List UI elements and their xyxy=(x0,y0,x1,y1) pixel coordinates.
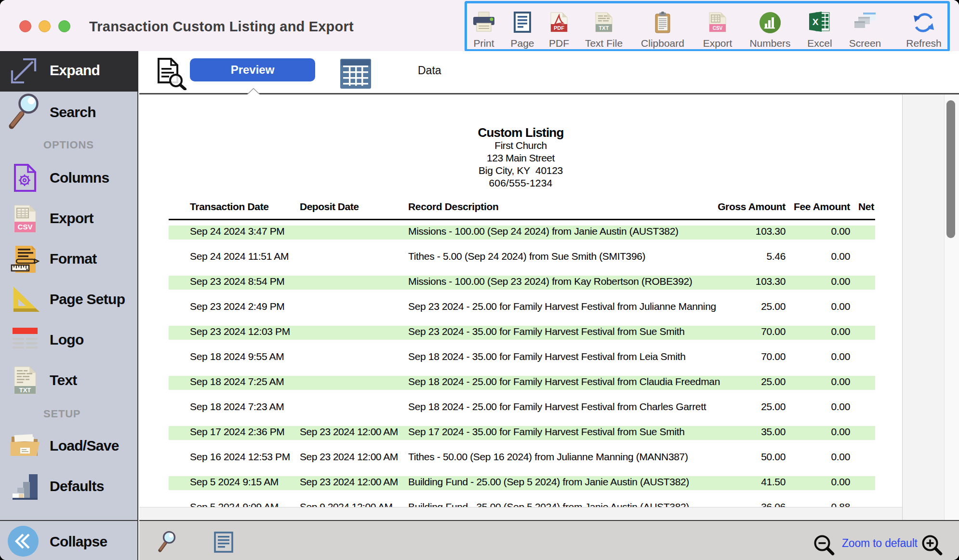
svg-text:PDF: PDF xyxy=(554,25,564,31)
svg-text:X: X xyxy=(812,17,819,27)
svg-text:CSV: CSV xyxy=(713,26,723,31)
svg-text:TXT: TXT xyxy=(599,25,609,31)
svg-text:CSV: CSV xyxy=(18,223,33,231)
svg-text:TXT: TXT xyxy=(19,387,31,394)
